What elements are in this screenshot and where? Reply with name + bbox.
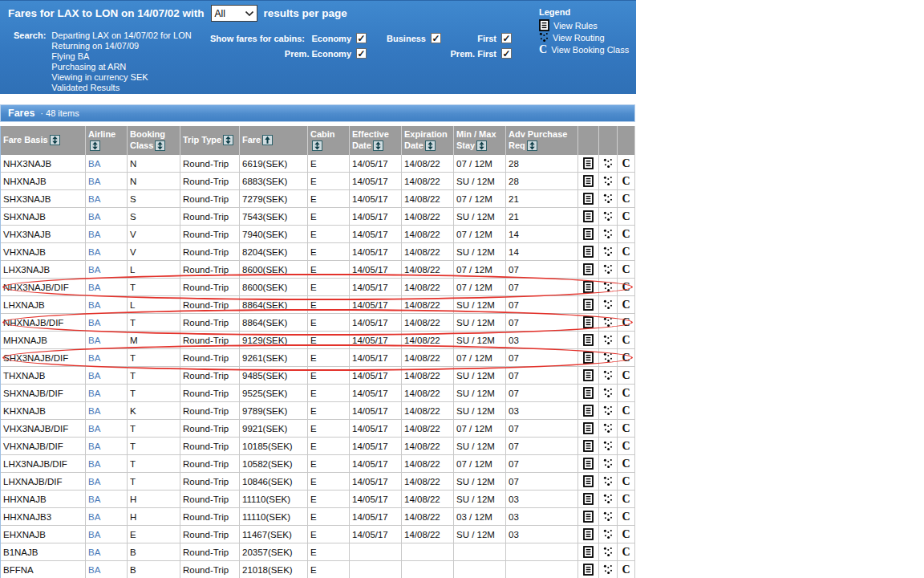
view-routing-button[interactable] <box>599 490 618 507</box>
cell-airline[interactable]: BA <box>86 296 128 313</box>
airline-link[interactable]: BA <box>88 424 100 434</box>
airline-link[interactable]: BA <box>88 389 100 398</box>
sort-button[interactable] <box>90 140 100 153</box>
view-rules-button[interactable] <box>578 261 599 278</box>
column-header-expiration-date[interactable]: Expiration Date <box>402 126 454 155</box>
view-routing-button[interactable] <box>599 279 618 295</box>
view-routing-button[interactable] <box>599 314 618 331</box>
column-header-effective-date[interactable]: Effective Date <box>350 126 402 155</box>
airline-link[interactable]: BA <box>88 318 100 328</box>
cabin-checkbox[interactable]: ✓ <box>501 33 512 43</box>
cell-airline[interactable]: BA <box>86 420 128 437</box>
view-routing-button[interactable] <box>599 561 618 578</box>
cell-airline[interactable]: BA <box>86 349 128 366</box>
view-booking-class-button[interactable]: C <box>618 332 635 348</box>
column-header-fare[interactable]: Fare <box>240 126 308 155</box>
view-rules-button[interactable] <box>578 226 599 242</box>
airline-link[interactable]: BA <box>88 565 100 575</box>
airline-link[interactable]: BA <box>88 230 100 239</box>
view-booking-class-button[interactable]: C <box>618 226 635 242</box>
view-routing-button[interactable] <box>599 243 618 260</box>
view-rules-button[interactable] <box>578 243 599 260</box>
view-booking-class-button[interactable]: C <box>618 402 635 419</box>
view-rules-button[interactable] <box>578 385 599 401</box>
view-rules-button[interactable] <box>578 508 599 525</box>
view-rules-button[interactable] <box>578 314 599 331</box>
view-rules-button[interactable] <box>578 367 599 384</box>
view-routing-button[interactable] <box>599 385 618 401</box>
view-routing-button[interactable] <box>599 526 618 543</box>
view-booking-class-button[interactable]: C <box>618 543 635 560</box>
cell-airline[interactable]: BA <box>86 279 128 295</box>
cell-airline[interactable]: BA <box>86 173 128 189</box>
view-rules-button[interactable] <box>578 296 599 313</box>
airline-link[interactable]: BA <box>88 159 100 169</box>
cell-airline[interactable]: BA <box>86 190 128 207</box>
airline-link[interactable]: BA <box>88 300 100 310</box>
view-booking-class-button[interactable]: C <box>618 173 635 189</box>
cell-airline[interactable]: BA <box>86 332 128 348</box>
sort-button[interactable] <box>476 140 487 153</box>
view-rules-button[interactable] <box>578 420 599 437</box>
view-booking-class-button[interactable]: C <box>618 208 635 225</box>
cell-airline[interactable]: BA <box>86 243 128 260</box>
airline-link[interactable]: BA <box>88 336 100 345</box>
airline-link[interactable]: BA <box>88 512 100 522</box>
view-booking-class-button[interactable]: C <box>618 367 635 384</box>
airline-link[interactable]: BA <box>88 495 100 504</box>
airline-link[interactable]: BA <box>88 283 100 292</box>
cell-airline[interactable]: BA <box>86 561 128 578</box>
view-rules-button[interactable] <box>578 490 599 507</box>
column-header-min-max-stay[interactable]: Min / Max Stay <box>454 126 506 155</box>
view-routing-button[interactable] <box>599 543 618 560</box>
view-routing-button[interactable] <box>599 261 618 278</box>
view-rules-button[interactable] <box>578 173 599 189</box>
view-rules-button[interactable] <box>578 279 599 295</box>
cell-airline[interactable]: BA <box>86 490 128 507</box>
cell-airline[interactable]: BA <box>86 543 128 560</box>
cabin-checkbox[interactable]: ✓ <box>356 48 367 59</box>
sort-button[interactable] <box>50 135 60 148</box>
view-booking-class-button[interactable]: C <box>618 279 635 295</box>
airline-link[interactable]: BA <box>88 353 100 363</box>
cell-airline[interactable]: BA <box>86 402 128 419</box>
cell-airline[interactable]: BA <box>86 226 128 242</box>
cell-airline[interactable]: BA <box>86 455 128 472</box>
cabin-checkbox[interactable]: ✓ <box>501 48 512 59</box>
view-booking-class-button[interactable]: C <box>618 243 635 260</box>
view-rules-button[interactable] <box>578 473 599 490</box>
cell-airline[interactable]: BA <box>86 438 128 454</box>
column-header-fare-basis[interactable]: Fare Basis <box>1 126 86 155</box>
view-booking-class-button[interactable]: C <box>618 261 635 278</box>
sort-button[interactable] <box>312 140 322 153</box>
view-routing-button[interactable] <box>599 367 618 384</box>
view-rules-button[interactable] <box>578 561 599 578</box>
column-header-cabin[interactable]: Cabin <box>308 126 350 155</box>
cell-airline[interactable]: BA <box>86 367 128 384</box>
view-routing-button[interactable] <box>599 226 618 242</box>
cell-airline[interactable]: BA <box>86 261 128 278</box>
airline-link[interactable]: BA <box>88 247 100 257</box>
column-header-trip-type[interactable]: Trip Type <box>180 126 240 155</box>
view-booking-class-button[interactable]: C <box>618 385 635 401</box>
airline-link[interactable]: BA <box>88 177 100 186</box>
view-booking-class-button[interactable]: C <box>618 455 635 472</box>
view-routing-button[interactable] <box>599 332 618 348</box>
view-rules-button[interactable] <box>578 190 599 207</box>
view-routing-button[interactable] <box>599 402 618 419</box>
view-rules-button[interactable] <box>578 526 599 543</box>
airline-link[interactable]: BA <box>88 530 100 539</box>
view-booking-class-button[interactable]: C <box>618 473 635 490</box>
view-routing-button[interactable] <box>599 349 618 366</box>
sort-ascending-button[interactable] <box>262 135 273 148</box>
view-routing-button[interactable] <box>599 155 618 172</box>
view-booking-class-button[interactable]: C <box>618 526 635 543</box>
airline-link[interactable]: BA <box>88 194 100 204</box>
view-rules-button[interactable] <box>578 455 599 472</box>
view-rules-button[interactable] <box>578 402 599 419</box>
airline-link[interactable]: BA <box>88 477 100 486</box>
sort-button[interactable] <box>425 140 436 153</box>
view-rules-button[interactable] <box>578 332 599 348</box>
cell-airline[interactable]: BA <box>86 473 128 490</box>
cell-airline[interactable]: BA <box>86 508 128 525</box>
